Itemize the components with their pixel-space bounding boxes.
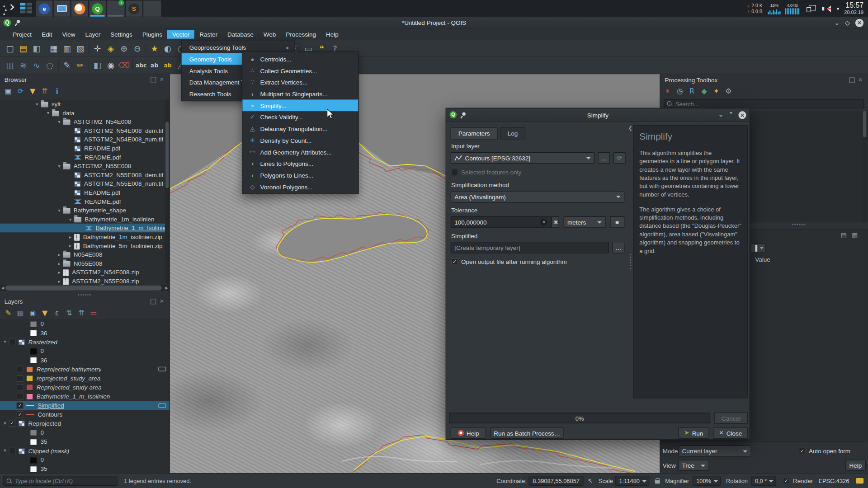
tray-expand-icon[interactable]: ▾ xyxy=(837,6,840,11)
browser-tree-row[interactable]: ASTGTM2_N55E008_num.tif xyxy=(0,179,170,188)
layer-row[interactable]: 0 xyxy=(0,347,170,356)
layers-tool-button[interactable]: ◉ xyxy=(28,308,38,318)
toolbar-button[interactable]: ⊖ xyxy=(131,42,144,55)
layers-tool-button[interactable]: ✎ xyxy=(3,308,13,318)
output-input[interactable]: [Create temporary layer] xyxy=(451,242,609,253)
data-defined-override-button[interactable]: ≡ xyxy=(610,216,624,228)
geometry-menu-item[interactable]: ◗ Polygons to Lines... xyxy=(242,169,358,181)
float-panel-icon[interactable] xyxy=(151,77,156,82)
processing-tool-button[interactable]: R xyxy=(687,86,697,96)
close-panel-icon[interactable]: ✕ xyxy=(160,299,165,304)
layer-row[interactable]: Reprojected_study-area xyxy=(0,383,170,392)
toolbar-button[interactable]: ▥ xyxy=(60,42,73,55)
toolbar-button[interactable]: ◧ xyxy=(91,59,104,72)
processing-vscrollbar[interactable] xyxy=(863,111,867,222)
identify-help-button[interactable]: Help xyxy=(845,460,866,471)
float-panel-icon[interactable] xyxy=(151,299,156,304)
menubar-item[interactable]: Processing xyxy=(281,30,321,39)
taskbar-app-slot[interactable] xyxy=(143,0,161,17)
dock-splitter[interactable]: •••••• xyxy=(788,222,810,225)
geometry-menu-item[interactable]: ≈ Simplify... xyxy=(242,99,358,111)
layers-tool-button[interactable]: ▼ xyxy=(40,308,50,318)
dialog-shade-button[interactable]: ⌄ xyxy=(718,111,723,118)
layers-tool-button[interactable]: ▭ xyxy=(89,308,99,318)
taskbar-app-files[interactable] xyxy=(54,0,71,17)
layer-row[interactable]: ✓ Contours xyxy=(0,410,170,419)
magnifier-value[interactable]: 100% xyxy=(693,476,721,486)
layer-row[interactable]: ▾ ✓ Reprojected xyxy=(0,419,170,428)
layer-row[interactable]: Bathymetrie_1_m_Isolinien xyxy=(0,392,170,401)
auto-open-form-checkbox[interactable]: ✓ Auto open form xyxy=(799,448,850,455)
tolerance-spinner[interactable] xyxy=(552,216,559,228)
identify-tool-button[interactable]: ▦ xyxy=(850,231,859,239)
expander-icon[interactable]: ▾ xyxy=(55,164,63,169)
browser-tree-row[interactable]: ▾ Bathymetrie_shape xyxy=(0,206,170,215)
layer-row[interactable]: Reprojected-bathymetry xyxy=(0,365,170,374)
taskbar-app-firefox[interactable] xyxy=(71,0,88,17)
expander-icon[interactable]: ▾ xyxy=(66,216,74,221)
network-icon[interactable] xyxy=(807,5,817,12)
layer-visibility-checkbox[interactable]: ✓ xyxy=(9,420,16,427)
expander-icon[interactable]: ▾ xyxy=(1,421,9,426)
app-launcher-icon[interactable] xyxy=(2,2,17,15)
toolbar-button[interactable]: ◐ xyxy=(161,42,174,55)
geometry-menu-item[interactable]: ▭ Add Geometry Attributes... xyxy=(242,146,358,158)
layers-tool-button[interactable]: ⇅ xyxy=(64,308,74,318)
toolbar-button[interactable] xyxy=(43,42,47,55)
layer-row[interactable]: ✓ Simplified xyxy=(0,401,170,410)
layers-tool-button[interactable]: ⇈ xyxy=(76,308,86,318)
tolerance-input[interactable]: 100,000000 ✕ xyxy=(451,216,552,228)
dialog-close-button[interactable]: ✕ xyxy=(738,111,746,119)
render-checkbox[interactable]: ✓ Render xyxy=(783,478,813,484)
menubar-item[interactable]: Raster xyxy=(194,30,222,39)
iterate-button[interactable]: ⟳ xyxy=(613,152,626,164)
menubar-item[interactable]: Edit xyxy=(37,30,57,39)
taskbar-app-browser[interactable]: e xyxy=(36,0,53,17)
browser-tree-row[interactable]: README.pdf xyxy=(0,188,170,197)
taskbar-app-qgis[interactable]: Q xyxy=(89,0,106,17)
taskbar-app-sublime[interactable]: S xyxy=(126,0,142,17)
toolbar-button[interactable]: ⊕ xyxy=(118,42,131,55)
geometry-menu-item[interactable]: ◖ Lines to Polygons... xyxy=(242,158,358,169)
browser-tree-row[interactable]: ASTGTM2_N54E008_num.tif xyxy=(0,135,170,144)
browser-tree-row[interactable]: ▸ Bathymetrie_1m_isolinien.zip xyxy=(0,232,170,241)
browser-tree-row[interactable]: ▸ Bathymetrie_5m_Isolinien.zip xyxy=(0,241,170,250)
browser-tree-row[interactable]: README.pdf xyxy=(0,153,170,162)
run-button[interactable]: ➤Run xyxy=(678,427,709,439)
layer-row[interactable]: 35 xyxy=(0,437,170,446)
browser-tree-row[interactable]: ▾ data xyxy=(0,108,170,117)
method-combo[interactable]: Area (Visvalingam) xyxy=(451,191,624,202)
close-dialog-button[interactable]: ✕Close xyxy=(713,427,748,439)
expander-icon[interactable]: ▸ xyxy=(55,261,63,266)
selected-features-checkbox[interactable]: Selected features only xyxy=(451,169,521,175)
dialog-tab[interactable]: Log xyxy=(500,127,526,140)
browser-tree-row[interactable]: ▾ sylt xyxy=(0,99,170,108)
processing-tool-button[interactable]: ✴ xyxy=(663,86,673,96)
toolbar-button[interactable]: ✛ xyxy=(91,42,104,55)
maximize-button[interactable]: ◇ xyxy=(845,19,849,26)
toolbar-button[interactable]: ✎ xyxy=(60,59,73,72)
menubar-item[interactable]: Layer xyxy=(80,30,105,39)
layer-visibility-checkbox[interactable] xyxy=(17,393,24,400)
menubar-item[interactable]: Settings xyxy=(105,30,137,39)
toolbar-button[interactable]: ab xyxy=(161,59,174,72)
messages-icon[interactable] xyxy=(856,478,863,483)
expander-icon[interactable]: ▸ xyxy=(55,252,63,257)
browser-tree-row[interactable]: ▾ ASTGTM2_N54E008 xyxy=(0,117,170,127)
collapse-panel-icon[interactable]: ❮ xyxy=(628,125,632,131)
toolbar-button[interactable]: ∿ xyxy=(30,59,43,72)
toolbar-button[interactable]: ≋ xyxy=(17,59,30,72)
menubar-item[interactable]: Database xyxy=(222,30,259,39)
layer-row[interactable]: 36 xyxy=(0,328,170,338)
menubar-item[interactable]: Project xyxy=(8,30,37,39)
browser-vscrollbar[interactable] xyxy=(165,99,170,285)
identify-view-combo[interactable]: Tree xyxy=(678,460,709,471)
geometry-menu-item[interactable]: ∴ Collect Geometries... xyxy=(242,65,358,76)
menubar-item[interactable]: Web xyxy=(259,30,281,39)
expander-icon[interactable]: ▸ xyxy=(55,270,63,275)
processing-tool-button[interactable]: ◷ xyxy=(675,86,685,96)
clear-icon[interactable]: ✕ xyxy=(540,219,547,226)
expander-icon[interactable]: ▸ xyxy=(66,235,74,239)
locator-search[interactable]: Type to locate (Ctrl+K) xyxy=(3,476,117,486)
identify-layer-combo[interactable]: ▐ xyxy=(750,244,765,253)
